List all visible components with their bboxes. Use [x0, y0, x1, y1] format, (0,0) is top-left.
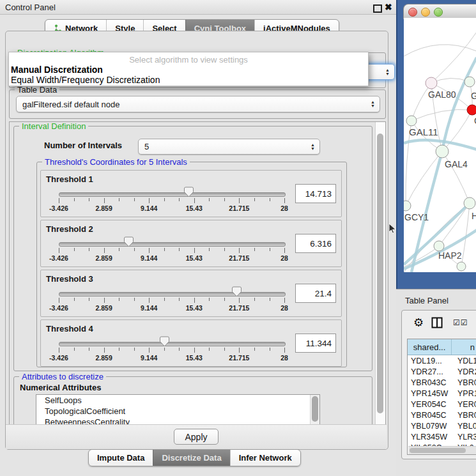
- minimize-traffic-light-icon[interactable]: [421, 8, 430, 17]
- attributes-scrollbar[interactable]: [310, 395, 319, 424]
- apply-button[interactable]: Apply: [174, 429, 219, 445]
- cell-name: YER0: [454, 399, 476, 410]
- network-node-gal80[interactable]: [426, 77, 437, 89]
- table-header-name[interactable]: n: [452, 339, 476, 355]
- attribute-items: SelfLoopsTopologicalCoefficientBetweenne…: [36, 395, 319, 425]
- control-panel-titlebar: Control Panel ✖: [0, 0, 396, 15]
- table-row[interactable]: YER054CYER0: [408, 399, 476, 410]
- tab-impute-data[interactable]: Impute Data: [89, 450, 153, 466]
- network-node-c[interactable]: [467, 105, 476, 115]
- slider-tick-label: 21.715: [229, 304, 249, 312]
- cell-name: YLR3: [454, 431, 476, 442]
- node-label: GCY1: [404, 212, 429, 222]
- table-row[interactable]: YBL079WYBL0: [408, 420, 476, 431]
- settings-scrollbar[interactable]: [375, 122, 385, 425]
- network-node[interactable]: [457, 262, 466, 271]
- checkbox-checked-icons[interactable]: ☑☑: [453, 318, 468, 327]
- close-icon[interactable]: ✖: [385, 2, 392, 12]
- cell-name: YBR0: [454, 410, 476, 420]
- threshold-slider-thumb[interactable]: [124, 236, 134, 247]
- numerical-attributes-list[interactable]: SelfLoopsTopologicalCoefficientBetweenne…: [36, 394, 320, 425]
- network-node-hap2[interactable]: [434, 241, 444, 251]
- cell-name: YDL1: [454, 355, 476, 366]
- slider-tick-label: 21.715: [229, 254, 249, 262]
- dropdown-option-equal-width[interactable]: Equal Width/Frequency Discretization: [11, 75, 160, 85]
- zoom-traffic-light-icon[interactable]: [434, 8, 443, 17]
- network-window-titlebar[interactable]: [403, 4, 476, 19]
- threshold-slider-thumb[interactable]: [232, 286, 242, 297]
- network-node-gal11[interactable]: [406, 116, 417, 126]
- network-edge[interactable]: [411, 109, 472, 121]
- network-node-gal4[interactable]: [436, 145, 449, 158]
- slider-ticks: [59, 198, 285, 204]
- threshold-value-field[interactable]: 21.4: [295, 284, 336, 303]
- number-of-intervals-combobox[interactable]: 5 ▲▼: [138, 139, 320, 155]
- table-data-combobox[interactable]: galFiltered.sif default node ▲▼: [16, 96, 380, 112]
- float-window-icon[interactable]: [373, 4, 382, 13]
- slider-tick-label: 28: [280, 354, 288, 362]
- threshold-slider-track[interactable]: [59, 342, 286, 346]
- table-header-row: shared... n: [408, 339, 476, 355]
- dropdown-option-manual[interactable]: Manual Discretization: [11, 65, 103, 75]
- network-edge[interactable]: [406, 151, 442, 206]
- dropdown-hint: Select algorithm to view settings: [9, 55, 368, 65]
- threshold-value-field[interactable]: 14.713: [295, 184, 336, 203]
- threshold-slider-thumb[interactable]: [184, 187, 194, 197]
- table-hscrollbar-thumb[interactable]: [410, 448, 466, 453]
- slider-tick-label: 2.859: [95, 354, 112, 362]
- node-label: H: [472, 211, 476, 221]
- network-canvas[interactable]: GAL80GACGAL11GAL4GCY1HHAP2: [404, 18, 476, 272]
- slider-ticks: [59, 298, 285, 303]
- table-row[interactable]: YBR043CYBR0: [408, 377, 476, 388]
- tab-label: Impute Data: [97, 453, 144, 463]
- threshold-value-field[interactable]: 11.344: [295, 334, 336, 353]
- table-data-title: Table Data: [15, 85, 59, 95]
- number-of-intervals-value: 5: [144, 142, 149, 151]
- network-edge[interactable]: [431, 32, 476, 83]
- stepper-arrows-icon: ▲▼: [371, 100, 375, 108]
- threshold-value-field[interactable]: 6.316: [295, 234, 336, 253]
- table-row[interactable]: YDL19...YDL1: [408, 355, 476, 366]
- network-edge[interactable]: [411, 83, 431, 121]
- attributes-scrollbar-thumb[interactable]: [312, 396, 318, 422]
- network-edge[interactable]: [404, 45, 476, 56]
- interval-definition-title: Interval Definition: [19, 121, 88, 131]
- threshold-slider-thumb[interactable]: [160, 336, 169, 347]
- slider-tick-label: -3.426: [49, 254, 68, 262]
- network-node-gcy1[interactable]: [404, 201, 411, 211]
- settings-scrollbar-thumb[interactable]: [377, 134, 383, 413]
- gear-icon[interactable]: ⚙: [413, 316, 424, 330]
- slider-tick-label: 9.144: [141, 204, 157, 212]
- slider-tick-label: -3.426: [49, 204, 68, 212]
- table-hscrollbar[interactable]: [408, 446, 476, 454]
- table-header-shared-name[interactable]: shared...: [408, 339, 452, 355]
- threshold-slider-track[interactable]: [59, 292, 286, 296]
- network-node-h[interactable]: [464, 197, 475, 209]
- table-row[interactable]: YPR145WYPR1: [408, 388, 476, 399]
- cell-name: YDR2: [454, 366, 476, 377]
- network-window: GAL80GACGAL11GAL4GCY1HHAP2: [403, 4, 476, 289]
- node-table[interactable]: shared... n YDL19...YDL1YDR27...YDR2YBR0…: [407, 339, 476, 455]
- attribute-item[interactable]: TopologicalCoefficient: [36, 406, 319, 417]
- table-toolbar: ⚙ ☑☑: [402, 311, 476, 336]
- algorithm-dropdown-list: Select algorithm to view settings Manual…: [8, 52, 369, 86]
- thresholds-container: Threshold 1 14.713 -3.4262.8599.14415.43…: [40, 170, 342, 369]
- table-row[interactable]: YDR27...YDR2: [408, 366, 476, 377]
- table-row[interactable]: YBR045CYBR0: [408, 410, 476, 420]
- network-node-ga[interactable]: [464, 77, 475, 87]
- cell-shared-name: YPR145W: [408, 388, 454, 399]
- close-traffic-light-icon[interactable]: [408, 8, 417, 17]
- cell-shared-name: YBL079W: [408, 420, 454, 431]
- threshold-slider-track[interactable]: [59, 192, 286, 197]
- cell-shared-name: YDL19...: [408, 355, 454, 366]
- attribute-item[interactable]: SelfLoops: [36, 395, 319, 406]
- table-row[interactable]: YLR345WYLR3: [408, 431, 476, 442]
- tab-discretize-data[interactable]: Discretize Data: [153, 450, 229, 466]
- threshold-slider-track[interactable]: [59, 242, 286, 247]
- tab-infer-network[interactable]: Infer Network: [230, 450, 300, 466]
- split-columns-icon[interactable]: [431, 317, 443, 328]
- threshold-label: Threshold 2: [46, 224, 93, 234]
- numerical-attributes-label: Numerical Attributes: [20, 383, 101, 392]
- slider-tick-label: 2.859: [95, 304, 112, 312]
- table-rows: YDL19...YDL1YDR27...YDR2YBR043CYBR0YPR14…: [408, 355, 476, 453]
